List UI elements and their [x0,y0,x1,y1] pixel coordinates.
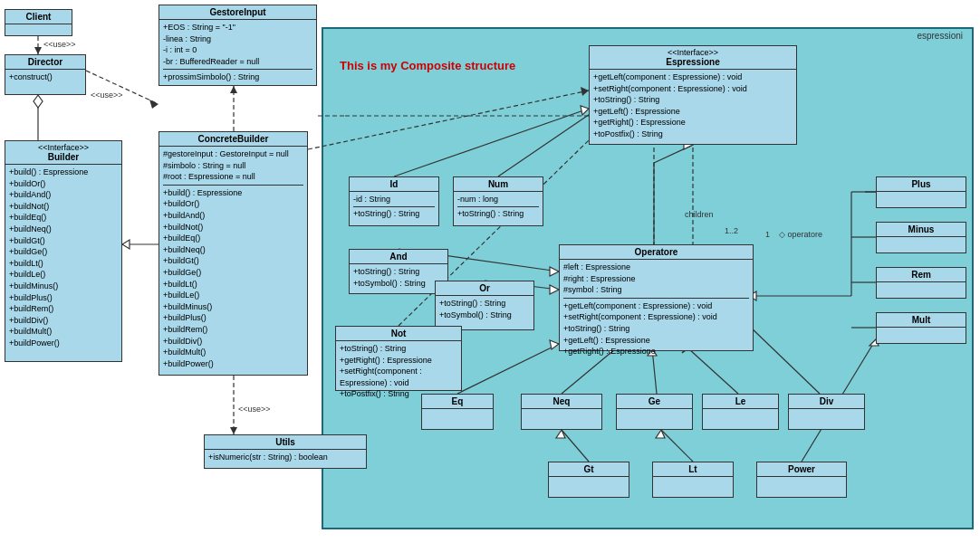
cb-m15: +buildPower() [163,358,303,370]
power-body [757,477,846,481]
concretebuilder-name: ConcreteBuilder [198,134,269,144]
bm7: +buildGe() [9,246,118,258]
cb-m8: +buildLt() [163,279,303,291]
plus-box: Plus [876,176,966,208]
or-m1: +toSymbol() : String [439,310,530,321]
or-m0: +toString() : String [439,298,530,310]
eq-header: Eq [422,395,493,409]
gi-f0: +EOS : String = "-1" [163,22,312,33]
power-box: Power [756,462,847,498]
espressioni-label: espressioni [917,31,963,41]
le-box: Le [702,394,779,430]
builder-body: +build() : Espressione +buildOr() +build… [5,165,121,351]
mult-name: Mult [912,315,931,325]
mult-header: Mult [877,313,966,328]
le-header: Le [703,395,778,409]
bm4: +buildEq() [9,212,118,224]
op-m3: +getLeft() : Espressione [563,335,749,347]
bm5: +buildNeq() [9,224,118,235]
op-divider [563,298,749,299]
div-header: Div [789,395,864,409]
gi-f1: -linea : String [163,33,312,45]
bm1: +buildOr() [9,178,118,190]
cb-m1: +buildOr() [163,198,303,210]
svg-marker-11 [230,86,237,93]
minus-body [877,237,966,241]
lt-header: Lt [653,462,733,477]
plus-header: Plus [877,177,966,192]
not-body: +toString() : String +getRight() : Espre… [336,341,461,402]
bm9: +buildLe() [9,269,118,281]
svg-marker-14 [230,427,237,434]
utils-name: Utils [275,437,295,447]
canvas: espressioni This is my Composite structu… [0,0,980,543]
ge-header: Ge [617,395,692,409]
director-name: Director [28,57,62,67]
op-f0: #left : Espressione [563,262,749,273]
minus-box: Minus [876,222,966,253]
esp-m4: +getRight() : Espressione [593,117,793,129]
bm11: +buildPlus() [9,292,118,304]
espressione-header: <<Interface>> Espressione [590,46,796,70]
rem-name: Rem [911,270,931,280]
builder-stereotype: <<Interface>> [9,143,118,152]
id-body: -id : String +toString() : String [350,192,438,221]
composite-label: This is my Composite structure [340,59,515,72]
concretebuilder-header: ConcreteBuilder [159,132,307,147]
id-header: Id [350,177,438,192]
client-name: Client [26,12,52,22]
svg-marker-2 [34,47,42,54]
cb-m5: +buildNeq() [163,244,303,256]
or-body: +toString() : String +toSymbol() : Strin… [436,296,533,322]
minus-header: Minus [877,223,966,237]
id-divider [353,206,435,207]
not-m2: +setRight(component : Espressione) : voi… [340,366,457,388]
concretebuilder-body: #gestoreInput : GestoreInput = null #sim… [159,147,307,371]
num-box: Num -num : long +toString() : String [453,176,543,226]
lt-name: Lt [688,464,697,474]
rem-body [877,282,966,286]
bm0: +build() : Espressione [9,167,118,178]
operatore-header: Operatore [560,245,753,260]
ge-box: Ge [616,394,693,430]
op-m4: +getRight() : Espressione [563,346,749,357]
num-body: -num : long +toString() : String [454,192,543,221]
op-m0: +getLeft(component : Espressione) : void [563,300,749,312]
cb-f0: #gestoreInput : GestoreInput = null [163,148,303,160]
div-body [789,409,864,413]
div-name: Div [820,396,834,406]
bm15: +buildPower() [9,338,118,349]
and-header: And [350,250,447,264]
cb-m10: +buildMinus() [163,301,303,313]
builder-header: <<Interface>> Builder [5,141,121,165]
power-header: Power [757,462,846,477]
rem-header: Rem [877,268,966,282]
and-m1: +toSymbol() : String [353,278,444,290]
cb-m2: +buildAnd() [163,210,303,222]
or-name: Or [479,283,490,293]
esp-m5: +toPostfix() : String [593,129,793,140]
id-m0: +toString() : String [353,208,435,220]
gt-name: Gt [583,464,593,474]
gt-body [549,477,629,481]
bm3: +buildNot() [9,201,118,213]
bm6: +buildGt() [9,235,118,247]
espressione-stereotype: <<Interface>> [593,48,793,57]
cb-m0: +build() : Espressione [163,187,303,199]
cb-m4: +buildEq() [163,233,303,244]
espressione-name: Espressione [593,57,793,67]
mult-box: Mult [876,312,966,344]
neq-body [522,409,601,413]
power-name: Power [788,464,815,474]
gt-header: Gt [549,462,629,477]
utils-box: Utils +isNumeric(str : String) : boolean [204,434,367,469]
op-m2: +toString() : String [563,323,749,335]
cb-m3: +buildNot() [163,222,303,233]
not-m0: +toString() : String [340,343,457,355]
gestoreinput-body: +EOS : String = "-1" -linea : String -i … [159,20,316,85]
bm12: +buildRem() [9,303,118,315]
svg-text:<<use>>: <<use>> [43,40,76,49]
operatore-box: Operatore #left : Espressione #right : E… [559,244,754,351]
and-m0: +toString() : String [353,266,444,278]
and-body: +toString() : String +toSymbol() : Strin… [350,264,447,291]
